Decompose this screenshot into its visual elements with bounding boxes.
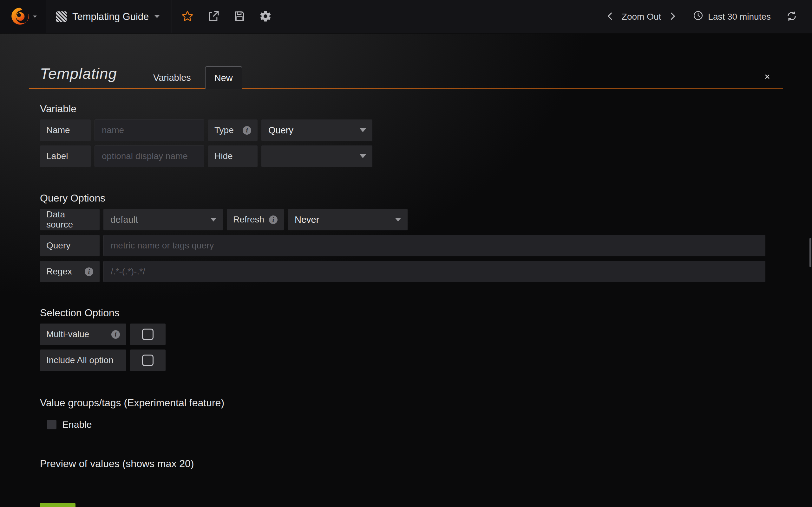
chevron-down-icon bbox=[154, 15, 159, 18]
query-row: Query bbox=[40, 235, 783, 257]
checkbox-icon bbox=[142, 329, 154, 340]
hide-select[interactable] bbox=[261, 146, 372, 167]
info-icon: i bbox=[111, 330, 120, 339]
datasource-label: Data source bbox=[40, 209, 100, 230]
header-underline bbox=[29, 89, 783, 89]
variable-heading: Variable bbox=[40, 103, 783, 114]
datasource-select[interactable]: default bbox=[103, 209, 223, 230]
multi-value-label: Multi-value i bbox=[40, 324, 126, 345]
type-label: Type i bbox=[208, 119, 258, 141]
caret-down-icon bbox=[360, 128, 366, 132]
dashboard-title-button[interactable]: Templating Guide bbox=[46, 0, 169, 33]
time-shift-back-button[interactable] bbox=[601, 0, 619, 34]
enable-row: Enable bbox=[47, 419, 783, 430]
share-dashboard-button[interactable] bbox=[200, 0, 226, 33]
chevron-right-icon bbox=[668, 11, 677, 22]
regex-label: Regex i bbox=[40, 261, 100, 282]
caret-down-icon bbox=[360, 154, 366, 158]
type-label-text: Type bbox=[214, 125, 234, 135]
zoom-out-label: Zoom Out bbox=[622, 12, 661, 22]
value-groups-section: Value groups/tags (Experimental feature)… bbox=[40, 397, 783, 430]
top-navbar: Templating Guide bbox=[0, 0, 812, 34]
include-all-checkbox[interactable] bbox=[130, 349, 165, 371]
refresh-label: Refresh i bbox=[227, 209, 284, 230]
type-select-value: Query bbox=[268, 125, 293, 135]
variable-label-input[interactable] bbox=[95, 146, 204, 167]
hide-label: Hide bbox=[208, 146, 258, 167]
grafana-menu-button[interactable] bbox=[0, 0, 46, 33]
query-input[interactable] bbox=[103, 235, 765, 257]
dashboard-settings-button[interactable] bbox=[252, 0, 278, 33]
multi-value-label-text: Multi-value bbox=[46, 329, 89, 339]
regex-row: Regex i bbox=[40, 261, 783, 282]
refresh-select[interactable]: Never bbox=[288, 209, 408, 230]
variable-name-input[interactable] bbox=[95, 119, 204, 141]
page-title: Templating bbox=[40, 66, 117, 81]
chevron-down-icon bbox=[33, 15, 37, 18]
save-dashboard-button[interactable] bbox=[226, 0, 252, 33]
info-icon: i bbox=[85, 268, 93, 276]
datasource-select-value: default bbox=[110, 215, 138, 225]
chevron-left-icon bbox=[606, 11, 615, 22]
navbar-divider bbox=[171, 0, 172, 33]
grafana-app: Templating Guide bbox=[0, 0, 812, 507]
close-icon[interactable] bbox=[763, 72, 772, 81]
refresh-icon bbox=[786, 10, 798, 23]
label-label: Label bbox=[40, 146, 91, 167]
refresh-button[interactable] bbox=[783, 0, 801, 34]
enable-label: Enable bbox=[62, 419, 92, 430]
dashboard-title: Templating Guide bbox=[72, 11, 149, 22]
multi-value-checkbox[interactable] bbox=[130, 324, 165, 345]
regex-label-text: Regex bbox=[46, 267, 72, 277]
templating-editor: Templating Variables New Variable Name T… bbox=[29, 34, 783, 507]
grafana-logo-icon bbox=[9, 6, 31, 27]
preview-heading: Preview of values (shows max 20) bbox=[40, 458, 783, 469]
navbar-right-group: Zoom Out Last 30 minutes bbox=[601, 0, 812, 33]
star-dashboard-button[interactable] bbox=[174, 0, 200, 33]
variable-section: Variable Name Type i Query Label bbox=[40, 103, 783, 167]
refresh-label-text: Refresh bbox=[233, 215, 264, 225]
refresh-select-value: Never bbox=[295, 215, 319, 225]
variable-name-row: Name Type i Query bbox=[40, 119, 783, 141]
enable-checkbox[interactable] bbox=[47, 420, 56, 429]
query-options-heading: Query Options bbox=[40, 192, 783, 204]
type-select[interactable]: Query bbox=[261, 119, 372, 141]
time-range-picker[interactable]: Last 30 minutes bbox=[690, 0, 773, 34]
query-label: Query bbox=[40, 235, 100, 257]
info-icon: i bbox=[243, 126, 251, 135]
variable-label-row: Label Hide bbox=[40, 146, 783, 167]
templating-header: Templating Variables New bbox=[29, 34, 783, 89]
share-icon bbox=[207, 10, 220, 23]
datasource-row: Data source default Refresh i Never bbox=[40, 209, 783, 230]
add-variable-button[interactable]: Add bbox=[40, 503, 75, 507]
scrollbar-thumb[interactable] bbox=[809, 238, 811, 267]
time-shift-forward-button[interactable] bbox=[664, 0, 681, 34]
caret-down-icon bbox=[210, 218, 217, 222]
clock-icon bbox=[693, 10, 704, 23]
selection-options-section: Selection Options Multi-value i Include … bbox=[40, 307, 783, 371]
zoom-out-button[interactable]: Zoom Out bbox=[619, 0, 664, 34]
dashboard-grid-icon bbox=[56, 11, 67, 22]
include-all-label: Include All option bbox=[40, 349, 126, 371]
multi-value-row: Multi-value i bbox=[40, 324, 783, 345]
value-groups-heading: Value groups/tags (Experimental feature) bbox=[40, 397, 783, 408]
tab-variables[interactable]: Variables bbox=[146, 66, 199, 89]
tab-new[interactable]: New bbox=[205, 66, 242, 89]
regex-input[interactable] bbox=[103, 261, 765, 282]
info-icon: i bbox=[269, 216, 277, 224]
gear-icon bbox=[259, 10, 272, 23]
include-all-row: Include All option bbox=[40, 349, 783, 371]
name-label: Name bbox=[40, 119, 91, 141]
query-options-section: Query Options Data source default Refres… bbox=[40, 192, 783, 282]
time-range-label: Last 30 minutes bbox=[708, 12, 771, 22]
star-icon bbox=[181, 10, 194, 23]
selection-options-heading: Selection Options bbox=[40, 307, 783, 319]
checkbox-icon bbox=[142, 354, 154, 366]
templating-form: Variable Name Type i Query Label bbox=[29, 89, 783, 507]
save-icon bbox=[233, 10, 246, 23]
caret-down-icon bbox=[395, 218, 401, 222]
